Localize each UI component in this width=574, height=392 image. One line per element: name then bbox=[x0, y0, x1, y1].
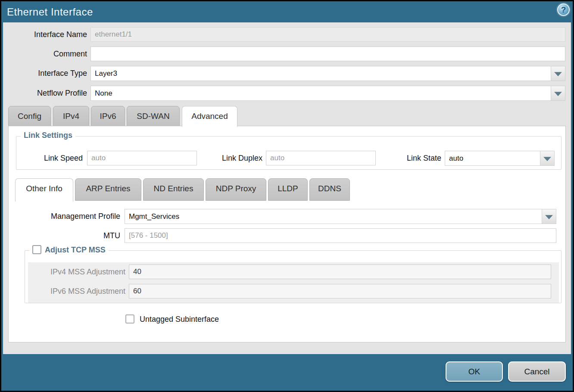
ipv4-mss-label: IPv4 MSS Adjustment bbox=[9, 264, 125, 279]
tab-ipv6[interactable]: IPv6 bbox=[91, 106, 125, 126]
netflow-profile-dropdown[interactable]: None bbox=[90, 86, 565, 101]
untagged-subinterface-checkbox[interactable] bbox=[125, 314, 134, 324]
chevron-down-icon bbox=[554, 72, 562, 76]
adjust-tcp-mss-legend: Adjust TCP MSS bbox=[45, 246, 106, 254]
link-state-label: Link State bbox=[394, 151, 441, 165]
link-state-dropdown-button[interactable] bbox=[540, 151, 554, 165]
untagged-subinterface-label: Untagged Subinterface bbox=[140, 312, 278, 327]
interface-type-value: Layer3 bbox=[95, 66, 117, 81]
ipv6-mss-input bbox=[129, 284, 551, 299]
subtab-other-info[interactable]: Other Info bbox=[15, 178, 73, 202]
link-settings-legend: Link Settings bbox=[21, 131, 75, 140]
management-profile-label: Management Profile bbox=[9, 209, 120, 224]
subtab-lldp[interactable]: LLDP bbox=[268, 178, 308, 201]
dialog-title: Ethernet Interface bbox=[7, 6, 93, 18]
ok-button[interactable]: OK bbox=[446, 361, 503, 382]
interface-type-dropdown[interactable]: Layer3 bbox=[90, 66, 565, 81]
link-duplex-input[interactable] bbox=[266, 151, 376, 165]
subtab-nd-entries[interactable]: ND Entries bbox=[143, 178, 204, 201]
subtab-arp-entries[interactable]: ARP Entries bbox=[75, 178, 141, 201]
ethernet-interface-dialog: Ethernet Interface ? Interface Name Comm… bbox=[0, 0, 574, 392]
chevron-down-icon bbox=[545, 215, 553, 219]
interface-name-label: Interface Name bbox=[3, 27, 87, 42]
subtab-ndp-proxy[interactable]: NDP Proxy bbox=[206, 178, 266, 201]
management-profile-dropdown-button[interactable] bbox=[542, 209, 556, 224]
comment-label: Comment bbox=[3, 47, 87, 61]
interface-type-label: Interface Type bbox=[3, 66, 87, 81]
cancel-button[interactable]: Cancel bbox=[508, 361, 566, 382]
interface-name-input bbox=[90, 27, 565, 42]
dialog-titlebar: Ethernet Interface ? bbox=[1, 1, 573, 22]
advanced-tab-panel: Link Settings Link Speed Link Duplex Lin… bbox=[8, 126, 566, 342]
tab-config[interactable]: Config bbox=[8, 106, 51, 126]
ipv4-mss-input bbox=[129, 264, 551, 279]
netflow-profile-dropdown-button[interactable] bbox=[551, 86, 565, 100]
subtab-ddns[interactable]: DDNS bbox=[309, 178, 350, 201]
ipv6-mss-label: IPv6 MSS Adjustment bbox=[9, 284, 125, 299]
help-icon[interactable]: ? bbox=[557, 3, 570, 16]
link-state-dropdown[interactable]: auto bbox=[445, 151, 555, 166]
netflow-profile-label: Netflow Profile bbox=[3, 86, 87, 100]
mtu-input[interactable] bbox=[125, 228, 556, 243]
interface-type-dropdown-button[interactable] bbox=[551, 66, 565, 81]
dialog-body: Interface Name Comment Interface Type La… bbox=[3, 22, 571, 354]
adjust-tcp-mss-checkbox[interactable] bbox=[32, 245, 41, 254]
link-speed-input[interactable] bbox=[87, 151, 197, 165]
comment-input[interactable] bbox=[90, 47, 565, 61]
netflow-profile-value: None bbox=[95, 86, 112, 100]
management-profile-value: Mgmt_Services bbox=[129, 209, 179, 224]
link-state-value: auto bbox=[449, 151, 463, 165]
chevron-down-icon bbox=[543, 157, 551, 161]
tab-sdwan[interactable]: SD-WAN bbox=[127, 106, 180, 126]
management-profile-dropdown[interactable]: Mgmt_Services bbox=[125, 209, 556, 224]
mtu-label: MTU bbox=[9, 228, 120, 243]
tab-advanced[interactable]: Advanced bbox=[182, 106, 237, 127]
chevron-down-icon bbox=[554, 92, 562, 96]
link-duplex-label: Link Duplex bbox=[206, 151, 262, 165]
link-speed-label: Link Speed bbox=[31, 151, 83, 165]
tab-ipv4[interactable]: IPv4 bbox=[53, 106, 89, 126]
